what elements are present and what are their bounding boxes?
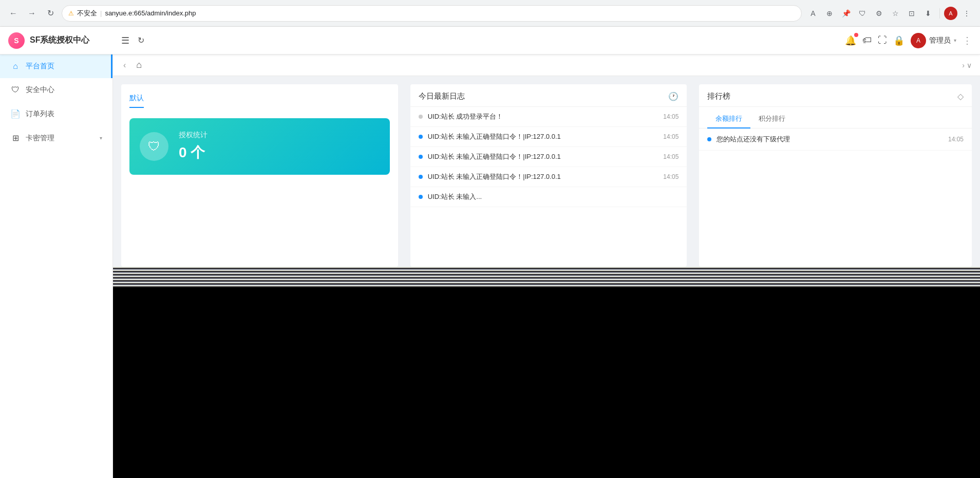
sidebar-item-home[interactable]: ⌂ 平台首页	[0, 54, 112, 78]
log-text-5: UID:站长 未输入...	[428, 192, 674, 201]
log-time-1: 14:05	[663, 113, 679, 120]
black-area	[113, 287, 980, 478]
browser-profile-avatar[interactable]: A	[944, 7, 957, 20]
sidebar-item-cards-label: 卡密管理	[26, 134, 95, 143]
main-area: ⌂ 平台首页 🛡 安全中心 📄 订单列表 ⊞ 卡密管理 ▾ ‹ ⌂	[0, 54, 980, 478]
home-icon: ⌂	[10, 62, 21, 71]
log-dot-3	[419, 155, 423, 159]
browser-shield-icon[interactable]: 🛡	[855, 6, 870, 21]
diamond-icon: ◇	[957, 91, 964, 101]
tag-icon-button[interactable]: 🏷	[862, 35, 872, 46]
log-item-3: UID:站长 未输入正确登陆口令！|IP:127.0.0.1 14:05	[410, 147, 687, 167]
browser-chrome: ← → ↻ ⚠ 不安全 | sanyue.e:665/admin/index.p…	[0, 0, 980, 27]
fullscreen-button[interactable]: ⛶	[878, 35, 887, 46]
stats-card-label: 授权统计	[179, 131, 208, 140]
security-warning-icon: ⚠	[68, 10, 74, 17]
browser-forward-button[interactable]: →	[25, 6, 39, 21]
cards-expand-arrow-icon: ▾	[100, 135, 102, 141]
tab-nav-home-button[interactable]: ⌂	[132, 58, 146, 72]
admin-name-label: 管理员	[929, 36, 951, 45]
log-list: UID:站长 成功登录平台！ 14:05 UID:站长 未输入正确登陆口令！|I…	[410, 107, 687, 207]
browser-refresh-button[interactable]: ↻	[43, 6, 58, 21]
default-panel: 默认 🛡 授权统计 0 个	[121, 84, 398, 267]
admin-avatar: A	[911, 33, 926, 48]
ranking-text-1: 您的站点还没有下级代理	[717, 135, 943, 144]
browser-collections-icon[interactable]: ⊡	[904, 6, 919, 21]
ranking-item-1: 您的站点还没有下级代理 14:05	[699, 128, 972, 151]
ranking-panel-header: 排行榜 ◇	[699, 84, 972, 107]
grid-icon: ⊞	[10, 133, 21, 143]
ranking-panel-title: 排行榜	[707, 91, 730, 101]
browser-back-button[interactable]: ←	[6, 6, 21, 21]
stats-card-wrapper: 🛡 授权统计 0 个	[121, 118, 398, 187]
log-text-3: UID:站长 未输入正确登陆口令！|IP:127.0.0.1	[428, 152, 658, 161]
browser-address-bar[interactable]: ⚠ 不安全 | sanyue.e:665/admin/index.php	[62, 5, 802, 22]
admin-info[interactable]: A 管理员 ▾	[911, 33, 956, 48]
default-tab-section: 默认	[121, 84, 398, 118]
log-item-5: UID:站长 未输入...	[410, 187, 687, 207]
browser-translate-icon[interactable]: ⊕	[822, 6, 837, 21]
logo-text: SF系统授权中心	[30, 35, 89, 46]
log-time-4: 14:05	[663, 173, 679, 180]
content-panel: ‹ ⌂ › ∨ 默认 🛡	[113, 54, 980, 478]
browser-separator	[939, 8, 940, 19]
log-text-1: UID:站长 成功登录平台！	[428, 112, 658, 121]
header-right: 🔔 🏷 ⛶ 🔒 A 管理员 ▾ ⋮	[845, 33, 972, 48]
ranking-tabs: 余额排行 积分排行	[699, 107, 972, 128]
log-text-4: UID:站长 未输入正确登陆口令！|IP:127.0.0.1	[428, 172, 658, 181]
log-panel-header: 今日最新日志 🕐	[410, 84, 687, 107]
sidebar-item-orders[interactable]: 📄 订单列表	[0, 102, 112, 126]
log-panel: 今日最新日志 🕐 UID:站长 成功登录平台！ 14:05 UID:站长 未输入…	[410, 84, 687, 267]
ranking-list: 您的站点还没有下级代理 14:05	[699, 128, 972, 151]
sidebar-item-orders-label: 订单列表	[26, 109, 102, 119]
header-refresh-button[interactable]: ↻	[138, 35, 144, 45]
lock-button[interactable]: 🔒	[893, 35, 904, 46]
browser-bookmark-icon[interactable]: ☆	[888, 6, 902, 21]
sidebar-item-security-label: 安全中心	[26, 85, 102, 95]
app-logo: S SF系统授权中心	[8, 32, 121, 49]
tab-nav-back-button[interactable]: ‹	[121, 59, 128, 72]
log-dot-4	[419, 175, 423, 179]
browser-right-icons: A ⊕ 📌 🛡 ⚙ ☆ ⊡ ⬇ A ⋮	[806, 6, 974, 21]
notification-bell-button[interactable]: 🔔	[845, 35, 856, 46]
tab-navigation: ‹ ⌂ › ∨	[113, 54, 980, 76]
log-time-3: 14:05	[663, 153, 679, 160]
log-text-2: UID:站长 未输入正确登陆口令！|IP:127.0.0.1	[428, 132, 658, 141]
default-tab[interactable]: 默认	[129, 89, 144, 108]
browser-settings-icon[interactable]: ⚙	[872, 6, 886, 21]
stats-card-content: 授权统计 0 个	[179, 131, 208, 162]
sidebar-item-cards[interactable]: ⊞ 卡密管理 ▾	[0, 126, 112, 150]
ranking-dot-1	[707, 137, 711, 141]
app-wrapper: S SF系统授权中心 ☰ ↻ 🔔 🏷 ⛶ 🔒 A 管理员 ▾ ⋮ ⌂	[0, 27, 980, 478]
glitch-corruption-area	[113, 267, 980, 287]
browser-pin-icon[interactable]: 📌	[839, 6, 853, 21]
ranking-tab-points[interactable]: 积分排行	[750, 111, 794, 128]
sidebar: ⌂ 平台首页 🛡 安全中心 📄 订单列表 ⊞ 卡密管理 ▾	[0, 54, 113, 478]
log-dot-5	[419, 195, 423, 199]
browser-reading-mode-button[interactable]: A	[806, 6, 820, 21]
log-dot-2	[419, 135, 423, 139]
header-menu-button[interactable]: ☰	[121, 35, 129, 46]
stats-card-shield-icon: 🛡	[140, 132, 168, 161]
log-item-4: UID:站长 未输入正确登陆口令！|IP:127.0.0.1 14:05	[410, 167, 687, 187]
document-icon: 📄	[10, 109, 21, 119]
ranking-time-1: 14:05	[948, 136, 964, 143]
tab-nav-forward-button[interactable]: ›	[962, 61, 965, 69]
log-item-2: UID:站长 未输入正确登陆口令！|IP:127.0.0.1 14:05	[410, 127, 687, 147]
ranking-tab-balance[interactable]: 余额排行	[707, 111, 750, 128]
ranking-panel: 排行榜 ◇ 余额排行 积分排行 您的站点还没有下级代理 14:05	[699, 84, 972, 267]
notification-badge	[854, 33, 858, 37]
security-text: 不安全	[77, 9, 97, 18]
clock-icon: 🕐	[668, 91, 679, 101]
logo-icon: S	[8, 32, 25, 49]
browser-more-button[interactable]: ⋮	[959, 6, 974, 21]
header-more-button[interactable]: ⋮	[963, 35, 972, 46]
sidebar-item-home-label: 平台首页	[26, 62, 101, 71]
browser-download-icon[interactable]: ⬇	[921, 6, 935, 21]
stats-card-value: 0 个	[179, 143, 208, 162]
tab-nav-right-arrows: › ∨	[962, 61, 972, 69]
log-time-2: 14:05	[663, 133, 679, 140]
tab-nav-expand-button[interactable]: ∨	[967, 61, 972, 69]
sidebar-item-security[interactable]: 🛡 安全中心	[0, 78, 112, 102]
stats-card: 🛡 授权统计 0 个	[129, 118, 390, 175]
